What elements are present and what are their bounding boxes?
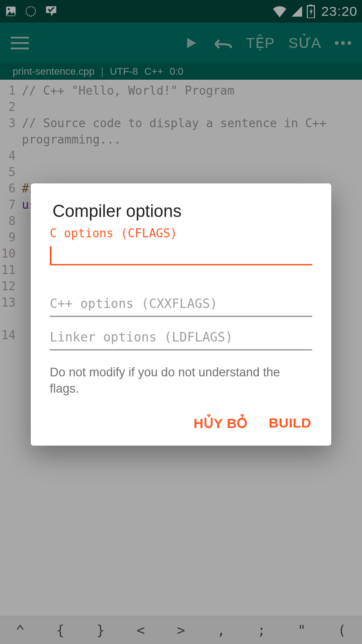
- screen: 23:20 TỆP SỬA print-sentence.cpp | UTF-8…: [0, 0, 362, 644]
- cflags-label: C options (CFLAGS): [50, 226, 312, 240]
- text-cursor: [50, 246, 52, 264]
- ldflags-input[interactable]: [50, 325, 312, 351]
- ldflags-field: [50, 325, 312, 351]
- cflags-field: C options (CFLAGS): [50, 226, 312, 284]
- dialog-hint: Do not modify if you do not understand t…: [50, 364, 312, 397]
- cancel-button[interactable]: HỦY BỎ: [194, 415, 248, 431]
- cxxflags-field: [50, 292, 312, 317]
- compiler-options-dialog: Compiler options C options (CFLAGS) Do n…: [31, 183, 331, 446]
- dialog-title: Compiler options: [52, 202, 312, 221]
- dialog-actions: HỦY BỎ BUILD: [50, 415, 312, 431]
- cflags-input[interactable]: [50, 240, 312, 265]
- cxxflags-input[interactable]: [50, 292, 312, 317]
- build-button[interactable]: BUILD: [269, 415, 311, 431]
